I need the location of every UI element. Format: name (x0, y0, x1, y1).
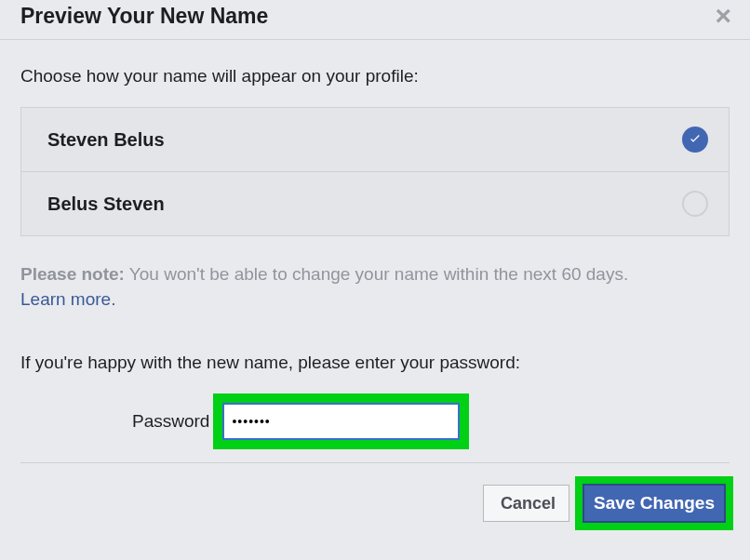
password-row: Password (20, 393, 730, 449)
name-option[interactable]: Steven Belus (21, 108, 729, 171)
close-icon[interactable]: × (715, 0, 731, 30)
password-input[interactable] (222, 403, 460, 440)
name-option[interactable]: Belus Steven (21, 171, 729, 235)
radio-checked-icon (682, 127, 708, 153)
highlight-save: Save Changes (575, 476, 733, 530)
note-text: Please note: You won't be able to change… (20, 262, 730, 312)
intro-text: Choose how your name will appear on your… (20, 66, 730, 87)
dialog-body: Choose how your name will appear on your… (0, 40, 750, 449)
dialog-title: Preview Your New Name (20, 4, 268, 29)
highlight-password (213, 393, 469, 449)
preview-name-dialog: Preview Your New Name × Choose how your … (0, 0, 750, 530)
option-name-label: Steven Belus (47, 129, 165, 151)
note-label: Please note: (20, 264, 125, 284)
save-changes-button[interactable]: Save Changes (583, 484, 726, 523)
cancel-button[interactable]: Cancel (483, 485, 569, 522)
name-options: Steven Belus Belus Steven (20, 107, 730, 236)
radio-unchecked-icon (682, 191, 708, 217)
confirm-text: If you're happy with the new name, pleas… (20, 353, 730, 373)
learn-more-link[interactable]: Learn more. (20, 289, 115, 309)
dialog-header: Preview Your New Name × (0, 0, 750, 40)
option-name-label: Belus Steven (47, 193, 165, 215)
dialog-footer: Cancel Save Changes (0, 463, 750, 530)
password-label: Password (132, 411, 209, 432)
note-body: You won't be able to change your name wi… (125, 264, 628, 284)
